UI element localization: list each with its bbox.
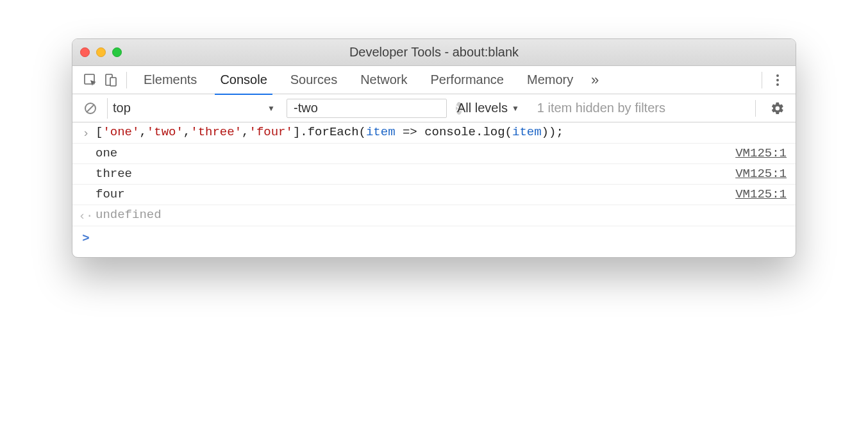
overflow-menu-icon[interactable]	[767, 70, 788, 90]
svg-line-7	[87, 105, 94, 112]
tab-memory[interactable]: Memory	[515, 66, 585, 94]
hidden-items-info: 1 item hidden by filters	[537, 101, 665, 115]
tab-console[interactable]: Console	[208, 66, 278, 94]
console-settings-icon[interactable]	[767, 98, 788, 119]
zoom-window-button[interactable]	[112, 47, 122, 57]
context-selector-value: top	[113, 101, 131, 115]
separator	[126, 72, 127, 88]
window-title: Developer Tools - about:blank	[72, 45, 796, 60]
tab-performance[interactable]: Performance	[419, 66, 516, 94]
source-link[interactable]: VM125:1	[735, 167, 787, 181]
tab-elements[interactable]: Elements	[132, 66, 208, 94]
traffic-lights	[80, 47, 122, 57]
clear-console-icon[interactable]	[80, 98, 101, 119]
console-result-row: ‹· undefined	[72, 205, 796, 226]
console-prompt-input[interactable]	[96, 230, 787, 246]
titlebar: Developer Tools - about:blank	[72, 39, 796, 66]
console-input-code[interactable]: ['one','two','three','four'].forEach(ite…	[96, 125, 787, 139]
source-link[interactable]: VM125:1	[735, 187, 787, 201]
more-tabs-icon[interactable]: »	[585, 70, 605, 90]
tabs-bar: Elements Console Sources Network Perform…	[72, 66, 796, 94]
console-prompt-row[interactable]: >	[72, 226, 796, 257]
filter-input[interactable]	[294, 101, 456, 115]
prompt-chevron-icon: >	[76, 230, 96, 246]
svg-point-4	[776, 79, 779, 81]
result-chevron-icon: ‹·	[76, 208, 96, 223]
separator	[762, 72, 762, 88]
console-log-row: four VM125:1	[72, 185, 796, 205]
console-log-text: four	[96, 187, 735, 201]
tab-network[interactable]: Network	[349, 66, 419, 94]
svg-rect-2	[110, 78, 116, 86]
separator	[755, 100, 756, 117]
log-levels-selector[interactable]: All levels ▼	[453, 101, 523, 115]
minimize-window-button[interactable]	[96, 47, 106, 57]
filter-input-container	[287, 99, 447, 118]
console-log-text: one	[96, 146, 735, 160]
device-toolbar-icon[interactable]	[101, 70, 121, 90]
tab-sources[interactable]: Sources	[279, 66, 349, 94]
console-input-row: › ['one','two','three','four'].forEach(i…	[72, 122, 796, 144]
console-log-text: three	[96, 167, 735, 181]
chevron-down-icon: ▼	[512, 104, 519, 113]
console-log-row: one VM125:1	[72, 144, 796, 164]
console-result-text: undefined	[96, 208, 787, 222]
input-chevron-icon: ›	[76, 125, 96, 140]
close-window-button[interactable]	[80, 47, 90, 57]
console-filter-bar: top ▼ All levels ▼ 1 item hidden by filt…	[72, 94, 796, 122]
svg-point-3	[776, 74, 779, 77]
svg-point-5	[776, 83, 779, 86]
log-levels-label: All levels	[457, 101, 508, 115]
source-link[interactable]: VM125:1	[735, 146, 787, 160]
devtools-window: Developer Tools - about:blank Elements C…	[72, 38, 796, 258]
console-output: › ['one','two','three','four'].forEach(i…	[72, 122, 796, 257]
inspect-element-icon[interactable]	[80, 70, 101, 90]
console-log-row: three VM125:1	[72, 164, 796, 185]
chevron-down-icon: ▼	[267, 104, 275, 113]
context-selector[interactable]: top ▼	[107, 98, 280, 119]
